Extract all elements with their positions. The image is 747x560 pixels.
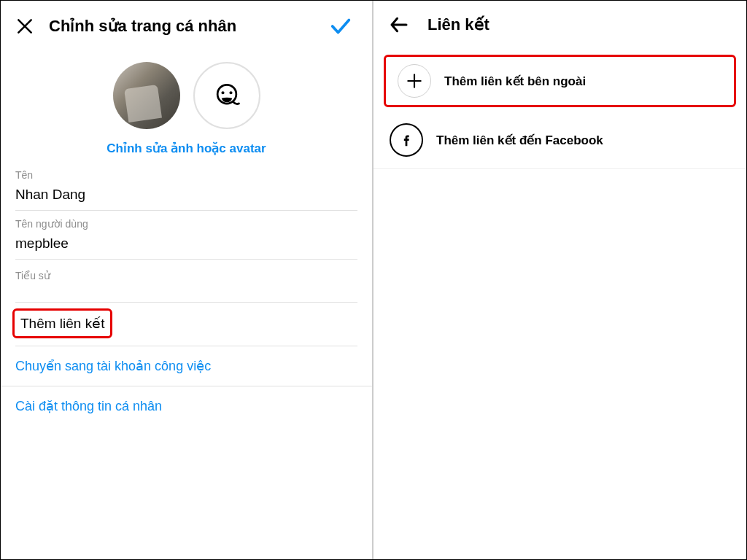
facebook-icon	[390, 123, 423, 157]
svg-point-1	[221, 91, 224, 94]
personal-info-row[interactable]: Cài đặt thông tin cá nhân	[1, 386, 372, 426]
field-username-label: Tên người dùng	[15, 218, 357, 230]
close-icon[interactable]	[15, 17, 34, 36]
page-title: Chỉnh sửa trang cá nhân	[49, 17, 328, 36]
plus-icon	[398, 64, 431, 98]
add-external-link-label: Thêm liên kết bên ngoài	[444, 74, 586, 89]
avatar-style-button[interactable]	[193, 62, 260, 129]
field-name-value: Nhan Dang	[15, 181, 357, 211]
field-bio-label: Tiểu sử	[15, 270, 357, 281]
app-container: Chỉnh sửa trang cá nhân Chỉnh sửa ảnh ho…	[0, 0, 747, 560]
field-username[interactable]: Tên người dùng mepblee	[1, 218, 372, 260]
avatar-row	[1, 62, 372, 129]
profile-avatar[interactable]	[113, 62, 180, 129]
field-username-value: mepblee	[15, 230, 357, 260]
add-link-row[interactable]: Thêm liên kết	[20, 315, 104, 332]
field-name[interactable]: Tên Nhan Dang	[1, 169, 372, 211]
switch-account-row[interactable]: Chuyển sang tài khoản công việc	[1, 346, 372, 386]
add-link-row-highlight: Thêm liên kết	[12, 308, 112, 338]
confirm-check-icon[interactable]	[328, 14, 353, 39]
edit-profile-pane: Chỉnh sửa trang cá nhân Chỉnh sửa ảnh ho…	[1, 1, 374, 559]
page-title: Liên kết	[427, 15, 732, 34]
right-header: Liên kết	[374, 1, 746, 49]
field-bio[interactable]: Tiểu sử	[1, 270, 372, 303]
add-external-link-option[interactable]: Thêm liên kết bên ngoài	[384, 55, 736, 107]
links-pane: Liên kết Thêm liên kết bên ngoài Thêm li…	[374, 1, 746, 559]
add-facebook-link-label: Thêm liên kết đến Facebook	[436, 133, 603, 148]
edit-photo-link[interactable]: Chỉnh sửa ảnh hoặc avatar	[1, 141, 372, 156]
field-name-label: Tên	[15, 169, 357, 181]
back-arrow-icon[interactable]	[388, 14, 410, 36]
left-header: Chỉnh sửa trang cá nhân	[1, 1, 372, 52]
field-bio-value	[15, 281, 357, 303]
add-facebook-link-option[interactable]: Thêm liên kết đến Facebook	[374, 112, 746, 169]
svg-point-2	[229, 91, 232, 94]
